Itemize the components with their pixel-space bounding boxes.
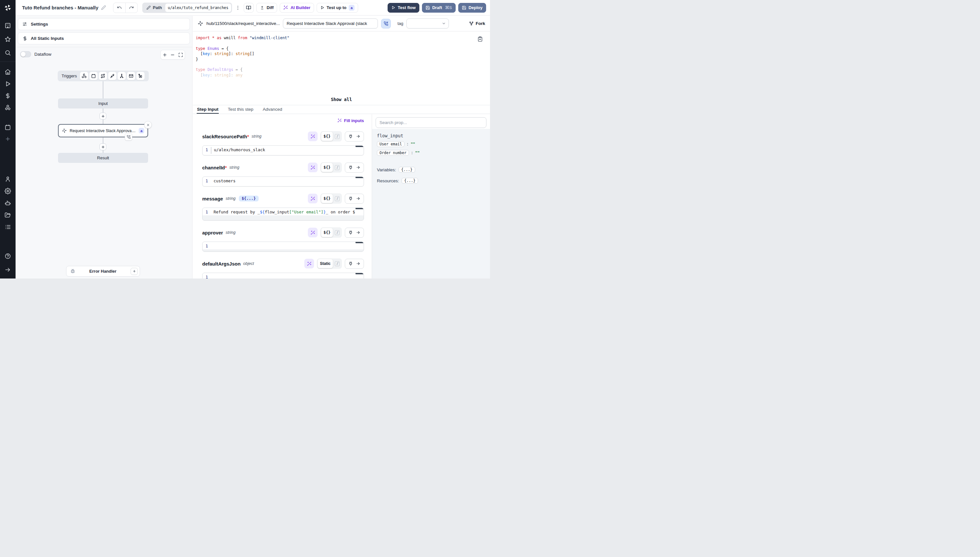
favorites-icon[interactable] xyxy=(2,34,13,45)
test-flow-button[interactable]: Test flow xyxy=(387,3,419,13)
home-icon[interactable] xyxy=(2,67,13,77)
fork-button[interactable]: Fork xyxy=(469,21,485,26)
field-editor[interactable]: 1 u/alex/humorous_slack xyxy=(202,145,364,155)
tag-select[interactable] xyxy=(407,18,449,28)
user-icon[interactable] xyxy=(2,174,13,185)
field-editor[interactable]: 1 xyxy=(202,273,364,278)
tab-step-input[interactable]: Step Input xyxy=(197,105,219,114)
resources-icon[interactable] xyxy=(2,102,13,113)
editor-scrollbar[interactable] xyxy=(356,177,363,178)
field-editor[interactable]: 1 xyxy=(202,241,364,252)
result-node[interactable]: Result xyxy=(58,153,148,163)
javascript-mode-button[interactable]: f xyxy=(333,228,341,237)
docs-book-button[interactable] xyxy=(244,3,254,13)
field-value[interactable]: u/alex/humorous_slack xyxy=(211,146,364,152)
add-icon[interactable] xyxy=(2,134,13,145)
code-preview[interactable]: import * as wmill from "windmill-client"… xyxy=(193,31,490,105)
tab-advanced[interactable]: Advanced xyxy=(263,105,283,114)
editor-scrollbar[interactable] xyxy=(356,208,363,209)
variables-expand-chip[interactable]: {...} xyxy=(399,167,415,173)
logs-icon[interactable] xyxy=(2,221,13,233)
webhook-trigger-icon[interactable] xyxy=(80,72,88,80)
undo-button[interactable] xyxy=(113,3,126,13)
diff-button[interactable]: Diff xyxy=(256,3,278,13)
field-value[interactable] xyxy=(211,242,364,244)
suspend-approval-phone-button[interactable] xyxy=(381,19,391,28)
triggers-node[interactable]: Triggers xyxy=(58,71,149,81)
template-mode-button[interactable]: ${} xyxy=(321,228,333,237)
add-step-above-button[interactable] xyxy=(100,113,106,119)
websocket-trigger-icon[interactable] xyxy=(108,72,116,80)
schedule-trigger-icon[interactable] xyxy=(90,72,98,80)
field-value[interactable] xyxy=(211,273,364,275)
javascript-mode-button[interactable]: f xyxy=(333,132,341,141)
connect-input-button[interactable] xyxy=(345,259,364,269)
help-icon[interactable] xyxy=(2,251,13,262)
add-step-below-button[interactable] xyxy=(100,143,106,150)
connect-input-button[interactable] xyxy=(345,132,364,142)
slack-approval-step-node[interactable]: Request Interactive Slack Approval (... … xyxy=(58,124,148,137)
template-mode-button[interactable]: ${} xyxy=(321,163,333,172)
kafka-trigger-icon[interactable] xyxy=(118,72,126,80)
ai-builder-button[interactable]: AI Builder xyxy=(280,3,314,13)
edit-title-pencil-icon[interactable] xyxy=(101,5,106,10)
tab-test-this-step[interactable]: Test this step xyxy=(227,105,254,114)
template-mode-button[interactable]: ${} xyxy=(321,132,333,141)
collapse-sidebar-icon[interactable] xyxy=(2,264,13,275)
copy-code-clipboard-icon[interactable] xyxy=(477,36,483,42)
folders-icon[interactable] xyxy=(2,210,13,220)
more-options-kebab-icon[interactable] xyxy=(235,5,241,10)
search-icon[interactable] xyxy=(2,47,13,58)
resources-expand-chip[interactable]: {...} xyxy=(402,178,418,184)
flow-input-root-label[interactable]: flow_input xyxy=(377,133,485,138)
settings-gear-icon[interactable] xyxy=(2,186,13,197)
email-trigger-icon[interactable] xyxy=(127,72,135,80)
ai-fill-wand-button[interactable] xyxy=(304,259,314,269)
deploy-button[interactable]: Deploy xyxy=(458,3,486,13)
ai-fill-wand-button[interactable] xyxy=(308,194,318,204)
hub-script-path[interactable]: hub/11500/slack/request_interactive... xyxy=(206,21,280,26)
remove-step-button[interactable] xyxy=(144,121,152,129)
error-handler-node[interactable]: Error Handler xyxy=(66,266,140,277)
step-name-input[interactable] xyxy=(283,18,378,28)
test-up-to-button[interactable]: Test up to a xyxy=(317,3,358,13)
add-error-handler-button[interactable] xyxy=(131,268,138,275)
ai-fill-wand-button[interactable] xyxy=(308,163,318,172)
field-editor[interactable]: 1 Refund request by _${flow_input["User … xyxy=(202,208,364,220)
field-editor[interactable]: 1 customers xyxy=(202,176,364,187)
ai-fill-wand-button[interactable] xyxy=(308,228,318,237)
javascript-mode-button[interactable]: f xyxy=(333,163,341,172)
runs-icon[interactable] xyxy=(2,78,13,90)
edit-path-pencil-icon[interactable] xyxy=(147,5,151,10)
ai-bot-icon[interactable] xyxy=(2,197,13,208)
schedules-icon[interactable] xyxy=(2,122,13,133)
connect-input-button[interactable] xyxy=(345,194,364,204)
scheduled-poll-trigger-icon[interactable] xyxy=(136,72,145,80)
template-mode-button[interactable]: ${} xyxy=(321,194,333,203)
static-mode-button[interactable]: Static xyxy=(318,259,333,268)
show-all-code-button[interactable]: Show all xyxy=(193,97,490,102)
path-input[interactable] xyxy=(165,3,231,12)
draft-button[interactable]: Draft ⌘S xyxy=(422,3,456,13)
editor-scrollbar[interactable] xyxy=(356,146,363,147)
javascript-mode-button[interactable]: f xyxy=(333,259,341,268)
search-prop-input[interactable] xyxy=(376,117,487,128)
http-route-trigger-icon[interactable] xyxy=(99,72,107,80)
connect-input-button[interactable] xyxy=(345,228,364,238)
connect-input-button[interactable] xyxy=(345,163,364,173)
prop-user-email-chip[interactable]: User email xyxy=(377,141,405,147)
javascript-mode-button[interactable]: f xyxy=(333,194,341,203)
prop-order-number-chip[interactable]: Order number xyxy=(377,150,409,156)
variables-icon[interactable] xyxy=(2,90,13,101)
input-node[interactable]: Input xyxy=(58,98,148,109)
fill-inputs-button[interactable]: Fill inputs xyxy=(202,117,364,124)
workspace-icon[interactable] xyxy=(2,20,13,31)
windmill-logo-icon[interactable] xyxy=(0,0,16,16)
redo-button[interactable] xyxy=(126,3,137,13)
flow-canvas[interactable]: Triggers Input Request Interactive Slack… xyxy=(16,16,192,278)
field-value[interactable]: customers xyxy=(211,177,364,183)
editor-scrollbar[interactable] xyxy=(356,273,363,274)
ai-fill-wand-button[interactable] xyxy=(308,132,318,141)
field-value[interactable]: Refund request by _${flow_input["User em… xyxy=(211,208,364,214)
editor-scrollbar[interactable] xyxy=(356,242,363,243)
